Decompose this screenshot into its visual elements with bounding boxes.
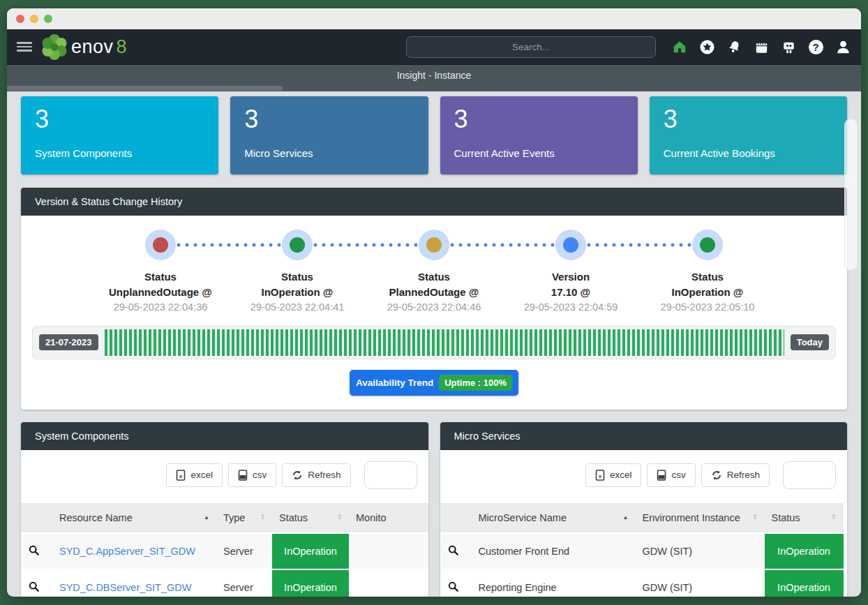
timeline-connector (449, 243, 555, 247)
card-value: 3 (244, 105, 414, 133)
availability-bars[interactable] (105, 329, 784, 356)
timeline-connector (586, 243, 692, 247)
timeline-connector (176, 243, 282, 247)
resource-link[interactable]: SYD_C.AppServer_SIT_GDW (59, 546, 195, 557)
timeline-event: Status UnplannedOutage @ 29-05-2023 22:0… (92, 269, 229, 315)
sort-icon: ▲▼ (753, 513, 758, 521)
timeline-node[interactable] (145, 230, 176, 260)
card-system-components[interactable]: 3 System Components (21, 96, 218, 174)
minimize-window-button[interactable] (30, 15, 38, 23)
column-header-microservice-name[interactable]: MicroService Name▲ (472, 503, 636, 533)
timeline-node[interactable] (555, 230, 586, 260)
calendar-icon[interactable] (753, 38, 770, 55)
user-icon[interactable] (835, 38, 851, 55)
favorites-star-icon[interactable] (698, 38, 715, 55)
menu-icon[interactable] (17, 42, 32, 52)
timeline-node[interactable] (692, 230, 723, 260)
micro-services-toolbar: x excel csv Refresh (440, 450, 848, 499)
stat-cards-row: 3 System Components 3 Micro Services 3 C… (21, 96, 847, 174)
notifications-bell-icon[interactable] (726, 38, 742, 55)
card-label: Current Active Bookings (664, 147, 833, 159)
excel-file-icon: x (595, 470, 605, 481)
column-header-blank (440, 503, 472, 533)
availability-trend-button[interactable]: Availability Trend Uptime : 100% (350, 370, 518, 396)
refresh-button[interactable]: Refresh (282, 463, 350, 487)
panel-title: System Components (21, 422, 428, 450)
inspect-icon[interactable] (447, 544, 459, 558)
excel-export-button[interactable]: x excel (585, 463, 642, 487)
timeline-connector (313, 243, 419, 247)
timeline-event: Status PlannedOutage @ 29-05-2023 22:04:… (366, 269, 502, 315)
status-badge: InOperation (765, 569, 844, 597)
environment-instance: GDW (SIT) (636, 533, 765, 569)
table-row: SYD_C.AppServer_SIT_GDW Server InOperati… (21, 533, 428, 569)
excel-export-button[interactable]: x excel (166, 463, 223, 487)
table-row: Reporting Engine GDW (SIT) InOperation (440, 569, 844, 597)
brand-suffix: 8 (117, 38, 127, 57)
column-header-resource-name[interactable]: Resource Name▲ (52, 503, 216, 533)
kiosk-icon[interactable] (780, 38, 797, 55)
trend-row: Availability Trend Uptime : 100% (32, 370, 836, 396)
card-label: Current Active Events (454, 147, 624, 159)
zoom-window-button[interactable] (44, 15, 52, 23)
card-micro-services[interactable]: 3 Micro Services (230, 96, 428, 174)
table-search-input[interactable] (783, 461, 836, 489)
svg-text:x: x (599, 472, 602, 479)
inspect-icon[interactable] (447, 581, 459, 595)
help-icon[interactable]: ? (807, 38, 824, 55)
refresh-button[interactable]: Refresh (701, 463, 770, 487)
inspect-icon[interactable] (28, 581, 40, 595)
column-header-monitoring[interactable]: Monito (349, 503, 428, 533)
column-header-blank (21, 503, 52, 533)
sort-icon: ▲▼ (337, 513, 342, 521)
column-header-type[interactable]: Type▲▼ (216, 503, 272, 533)
card-label: System Components (35, 147, 204, 159)
excel-file-icon: x (176, 470, 186, 481)
status-badge: InOperation (272, 533, 349, 569)
refresh-icon (292, 470, 303, 481)
home-icon[interactable] (671, 38, 688, 55)
card-value: 3 (664, 105, 833, 133)
status-badge: InOperation (765, 533, 844, 569)
horizontal-scrollbar[interactable] (7, 85, 861, 91)
availability-start-badge: 21-07-2023 (39, 334, 98, 350)
inspect-icon[interactable] (28, 544, 40, 558)
card-value: 3 (454, 105, 624, 133)
desktop: { "window": { "traffic_lights": { "close… (0, 0, 868, 605)
card-current-active-events[interactable]: 3 Current Active Events (440, 96, 638, 174)
csv-export-button[interactable]: csv (647, 463, 695, 487)
column-header-environment-instance[interactable]: Environment Instance▲▼ (636, 503, 765, 533)
card-current-active-bookings[interactable]: 3 Current Active Bookings (650, 96, 847, 174)
sort-icon: ▲▼ (260, 513, 265, 521)
timeline-event: Version 17.10 @ 29-05-2023 22:04:59 (502, 269, 639, 315)
search-input[interactable] (406, 36, 656, 58)
micro-services-table: MicroService Name▲ Environment Instance▲… (440, 503, 848, 597)
resource-link[interactable]: SYD_C.DBServer_SIT_GDW (59, 582, 191, 593)
timeline-node[interactable] (419, 230, 449, 260)
csv-file-icon (238, 470, 248, 481)
version-status-history-panel: Version & Status Change History Status (21, 188, 847, 410)
microservice-name: Reporting Engine (472, 569, 636, 597)
uptime-badge: Uptime : 100% (439, 375, 512, 391)
horizontal-scrollbar-thumb[interactable] (7, 86, 283, 91)
refresh-icon (711, 470, 722, 481)
enov8-logo[interactable]: enov8 (40, 33, 127, 61)
page-title: Insight - Instance (397, 70, 472, 81)
csv-file-icon (657, 470, 666, 481)
timeline-event: Status InOperation @ 29-05-2023 22:04:41 (229, 269, 366, 315)
timeline-event: Status InOperation @ 29-05-2023 22:05:10 (639, 269, 776, 315)
timeline-labels: Status UnplannedOutage @ 29-05-2023 22:0… (32, 269, 836, 315)
history-body: Status UnplannedOutage @ 29-05-2023 22:0… (21, 216, 847, 410)
close-window-button[interactable] (16, 15, 24, 23)
window-titlebar (7, 8, 861, 29)
sort-asc-icon: ▲ (204, 514, 209, 521)
column-header-status[interactable]: Status▲▼ (272, 503, 349, 533)
sort-asc-icon: ▲ (623, 514, 629, 521)
timeline (32, 230, 836, 260)
timeline-node[interactable] (282, 230, 313, 260)
vertical-scrollbar-thumb[interactable] (844, 119, 858, 271)
tables-row: System Components x excel csv Refresh (21, 422, 847, 597)
csv-export-button[interactable]: csv (228, 463, 276, 487)
column-header-status[interactable]: Status▲▼ (765, 503, 844, 533)
table-search-input[interactable] (364, 461, 417, 489)
